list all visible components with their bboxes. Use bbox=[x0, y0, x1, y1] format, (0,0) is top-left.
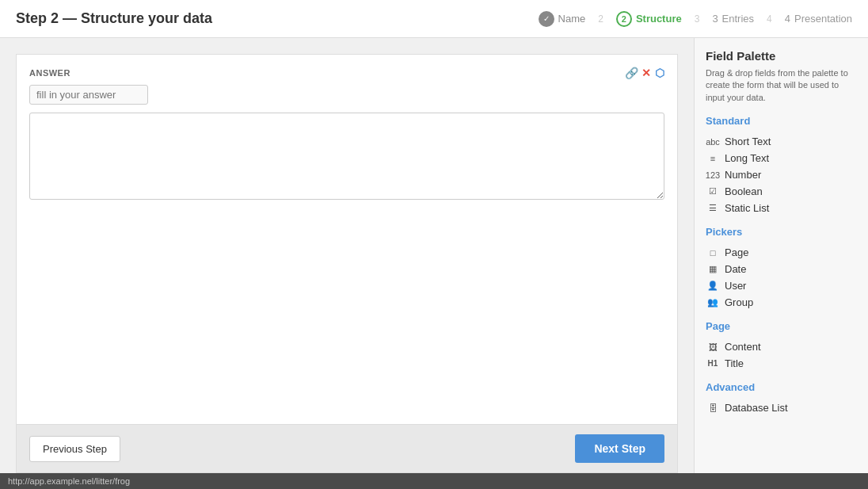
palette-number[interactable]: 123 Number bbox=[706, 166, 857, 183]
palette-content[interactable]: 🖼 Content bbox=[706, 338, 857, 355]
field-link-button[interactable]: 🔗 bbox=[625, 67, 639, 78]
field-palette-sidebar: Field Palette Drag & drop fields from th… bbox=[694, 38, 868, 489]
page-title: Step 2 — Structure your data bbox=[16, 10, 212, 27]
layout: ANSWER 🔗 ✕ ⬡ Previous Step Next Step Fie… bbox=[0, 38, 868, 489]
number-icon: 123 bbox=[706, 170, 720, 181]
section-advanced: Advanced bbox=[706, 381, 857, 393]
step-4-number: 4 bbox=[785, 13, 790, 25]
header: Step 2 — Structure your data ✓ Name 2 2 … bbox=[0, 0, 868, 38]
palette-long-text[interactable]: ≡ Long Text bbox=[706, 150, 857, 166]
date-icon: ▦ bbox=[706, 264, 720, 275]
page-picker-icon: □ bbox=[706, 247, 720, 258]
palette-title[interactable]: H1 Title bbox=[706, 355, 857, 372]
status-url: http://app.example.nel/litter/frog bbox=[8, 476, 130, 486]
field-name-input[interactable] bbox=[29, 85, 148, 105]
date-label: Date bbox=[725, 263, 746, 275]
short-text-icon: abc bbox=[706, 136, 720, 147]
palette-date[interactable]: ▦ Date bbox=[706, 261, 857, 277]
divider-page-advanced bbox=[706, 372, 857, 378]
steps-nav: ✓ Name 2 2 Structure 3 3 Entries 4 4 Pre… bbox=[539, 11, 852, 27]
long-text-icon: ≡ bbox=[706, 153, 720, 164]
database-list-label: Database List bbox=[725, 402, 788, 414]
number-label: Number bbox=[725, 169, 761, 181]
field-move-button[interactable]: ⬡ bbox=[655, 67, 665, 78]
next-step-button[interactable]: Next Step bbox=[575, 434, 664, 463]
palette-page[interactable]: □ Page bbox=[706, 244, 857, 261]
group-icon: 👥 bbox=[706, 297, 720, 308]
palette-boolean[interactable]: ☑ Boolean bbox=[706, 183, 857, 200]
divider-1: 2 bbox=[598, 13, 603, 25]
field-label-text: ANSWER bbox=[29, 68, 70, 78]
divider-2: 3 bbox=[695, 13, 700, 25]
palette-database-list[interactable]: 🗄 Database List bbox=[706, 399, 857, 416]
static-list-label: Static List bbox=[725, 202, 769, 214]
content-icon: 🖼 bbox=[706, 342, 720, 353]
main-content: ANSWER 🔗 ✕ ⬡ Previous Step Next Step bbox=[0, 38, 694, 489]
status-bar: http://app.example.nel/litter/frog bbox=[0, 473, 868, 489]
static-list-icon: ☰ bbox=[706, 203, 720, 214]
content-label: Content bbox=[725, 341, 761, 353]
step-1[interactable]: ✓ Name bbox=[539, 11, 586, 27]
previous-step-button[interactable]: Previous Step bbox=[29, 436, 120, 462]
form-area: ANSWER 🔗 ✕ ⬡ bbox=[16, 54, 678, 424]
divider-3: 4 bbox=[767, 13, 772, 25]
step-4[interactable]: 4 Presentation bbox=[785, 13, 852, 25]
user-label: User bbox=[725, 280, 746, 292]
field-label-row: ANSWER 🔗 ✕ ⬡ bbox=[29, 67, 664, 78]
palette-group[interactable]: 👥 Group bbox=[706, 294, 857, 311]
short-text-label: Short Text bbox=[725, 136, 771, 147]
step-2[interactable]: 2 Structure bbox=[616, 11, 682, 27]
long-text-label: Long Text bbox=[725, 152, 769, 164]
page-label: Page bbox=[725, 246, 748, 258]
step-2-label: Structure bbox=[636, 13, 682, 25]
step-1-circle: ✓ bbox=[539, 11, 554, 27]
section-page: Page bbox=[706, 320, 857, 332]
divider-standard-pickers bbox=[706, 216, 857, 223]
title-icon: H1 bbox=[706, 358, 720, 369]
palette-description: Drag & drop fields from the palette to c… bbox=[706, 67, 857, 104]
step-2-number: 2 bbox=[622, 14, 626, 24]
step-1-check: ✓ bbox=[543, 14, 550, 23]
step-3-number: 3 bbox=[712, 13, 718, 25]
palette-static-list[interactable]: ☰ Static List bbox=[706, 200, 857, 216]
title-label: Title bbox=[725, 357, 744, 369]
section-standard: Standard bbox=[706, 115, 857, 127]
step-3-label: Entries bbox=[722, 13, 754, 25]
footer-bar: Previous Step Next Step bbox=[16, 424, 678, 473]
step-4-label: Presentation bbox=[794, 13, 852, 25]
database-list-icon: 🗄 bbox=[706, 403, 720, 414]
palette-user[interactable]: 👤 User bbox=[706, 277, 857, 294]
step-3[interactable]: 3 Entries bbox=[712, 13, 754, 25]
boolean-icon: ☑ bbox=[706, 186, 720, 197]
step-2-circle: 2 bbox=[616, 11, 632, 27]
step-1-label: Name bbox=[558, 13, 586, 25]
palette-short-text[interactable]: abc Short Text bbox=[706, 133, 857, 150]
field-actions: 🔗 ✕ ⬡ bbox=[625, 67, 665, 78]
user-icon: 👤 bbox=[706, 281, 720, 292]
boolean-label: Boolean bbox=[725, 185, 763, 197]
field-textarea[interactable] bbox=[29, 113, 664, 200]
section-pickers: Pickers bbox=[706, 226, 857, 238]
field-delete-button[interactable]: ✕ bbox=[641, 67, 652, 78]
divider-pickers-page bbox=[706, 311, 857, 317]
group-label: Group bbox=[725, 296, 753, 308]
palette-title: Field Palette bbox=[706, 49, 857, 63]
